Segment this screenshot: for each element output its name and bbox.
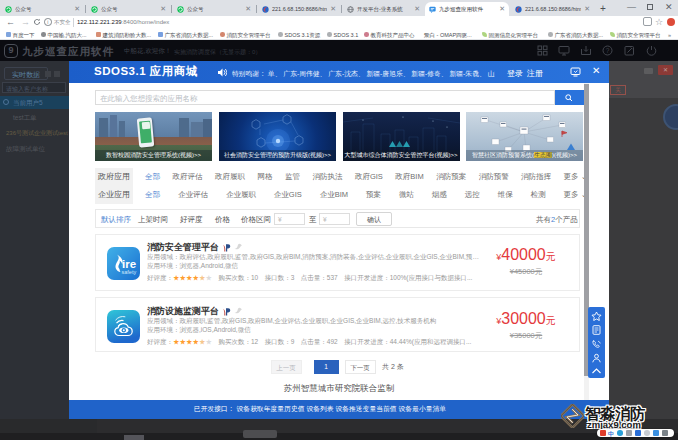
- svg-text:?: ?: [606, 47, 610, 54]
- svg-text:safety: safety: [122, 269, 137, 275]
- svg-text:ire: ire: [122, 258, 136, 270]
